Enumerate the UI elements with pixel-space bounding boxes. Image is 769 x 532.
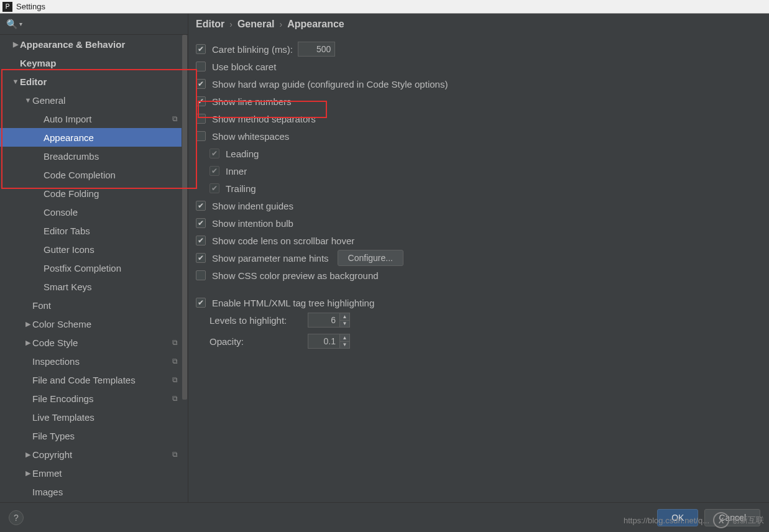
copy-icon[interactable]: ⧉: [172, 114, 178, 123]
tree-arrow-icon[interactable]: [24, 96, 32, 104]
tree-item-label: Code Style: [32, 337, 188, 348]
tree-item-label: Code Completion: [44, 170, 188, 180]
tree-item-label: General: [32, 95, 188, 106]
tree-arrow-icon[interactable]: [24, 320, 32, 328]
tree-item-label: Color Scheme: [32, 319, 188, 329]
breadcrumb-item[interactable]: Appearance: [287, 19, 344, 30]
tree-arrow-icon[interactable]: [24, 469, 32, 477]
levels-input[interactable]: [308, 313, 340, 328]
tree-item-label: Live Templates: [32, 412, 188, 423]
tree-item-editor-tabs[interactable]: Editor Tabs: [0, 221, 188, 240]
copy-icon[interactable]: ⧉: [172, 357, 178, 365]
code-lens-checkbox[interactable]: [196, 236, 206, 245]
copy-icon[interactable]: ⧉: [172, 375, 178, 384]
code-lens-label: Show code lens on scrollbar hover: [212, 236, 354, 246]
tree-item-file-and-code-templates[interactable]: File and Code Templates⧉: [0, 370, 188, 389]
sidebar-scrollbar-track[interactable]: [182, 35, 188, 502]
titlebar: P Settings: [0, 0, 769, 14]
whitespaces-checkbox[interactable]: [196, 131, 206, 141]
tree-item-general[interactable]: General: [0, 91, 188, 109]
tree-item-font[interactable]: Font: [0, 296, 188, 314]
tree-item-file-types[interactable]: File Types: [0, 426, 188, 445]
levels-down-icon[interactable]: ▼: [340, 321, 349, 328]
indent-guides-checkbox[interactable]: [196, 201, 206, 211]
opacity-up-icon[interactable]: ▲: [340, 334, 349, 342]
breadcrumb: Editor › General › Appearance: [188, 14, 769, 35]
window-title: Settings: [16, 2, 45, 11]
ws-inner-checkbox: [210, 166, 219, 176]
tree-item-label: File and Code Templates: [32, 375, 188, 385]
tree-item-editor[interactable]: Editor: [0, 72, 188, 91]
intention-bulb-checkbox[interactable]: [196, 218, 206, 228]
css-preview-checkbox[interactable]: [196, 270, 206, 280]
tree-item-console[interactable]: Console: [0, 203, 188, 221]
tree-item-appearance[interactable]: Appearance: [0, 128, 188, 147]
tree-arrow-icon[interactable]: [11, 78, 20, 85]
tree-item-label: Keymap: [20, 58, 188, 68]
ws-trailing-label: Trailing: [226, 183, 256, 194]
block-caret-checkbox[interactable]: [196, 62, 206, 71]
watermark-url: https://blog.csdn.net/q...: [624, 516, 709, 525]
intention-bulb-label: Show intention bulb: [212, 218, 293, 229]
help-button[interactable]: ?: [9, 510, 24, 525]
ws-leading-label: Leading: [226, 149, 259, 159]
tree-item-label: Appearance & Behavior: [20, 39, 188, 50]
breadcrumb-item[interactable]: Editor: [196, 19, 224, 30]
tree-item-appearance-behavior[interactable]: Appearance & Behavior: [0, 35, 188, 53]
levels-label: Levels to highlight:: [210, 315, 303, 326]
copy-icon[interactable]: ⧉: [172, 394, 178, 403]
search-icon: 🔍: [6, 19, 18, 30]
app-icon: P: [2, 2, 12, 12]
tree-item-code-style[interactable]: Code Style⧉: [0, 333, 188, 352]
opacity-down-icon[interactable]: ▼: [340, 342, 349, 349]
line-numbers-checkbox[interactable]: [196, 96, 206, 106]
param-hints-label: Show parameter name hints: [212, 253, 329, 264]
method-separators-label: Show method separators: [212, 114, 316, 124]
tree-item-inspections[interactable]: Inspections⧉: [0, 352, 188, 370]
tree-item-postfix-completion[interactable]: Postfix Completion: [0, 259, 188, 277]
tree-item-smart-keys[interactable]: Smart Keys: [0, 277, 188, 296]
tree-arrow-icon[interactable]: [24, 451, 32, 459]
tree-item-label: File Types: [32, 431, 188, 441]
tree-item-label: Breadcrumbs: [44, 151, 188, 162]
tree-item-copyright[interactable]: Copyright⧉: [0, 445, 188, 464]
tree-item-label: Emmet: [32, 468, 188, 479]
tree-item-label: File Encodings: [32, 393, 188, 404]
caret-blinking-checkbox[interactable]: [196, 44, 206, 54]
tree-item-breadcrumbs[interactable]: Breadcrumbs: [0, 147, 188, 165]
tree-item-keymap[interactable]: Keymap: [0, 53, 188, 72]
copy-icon[interactable]: ⧉: [172, 450, 178, 459]
sidebar-scrollbar-thumb[interactable]: [182, 35, 187, 400]
tree-item-emmet[interactable]: Emmet: [0, 464, 188, 482]
tree-item-code-completion[interactable]: Code Completion: [0, 165, 188, 184]
copy-icon[interactable]: ⧉: [172, 338, 178, 347]
settings-main: Editor › General › Appearance Caret blin…: [188, 14, 769, 502]
tree-item-color-scheme[interactable]: Color Scheme: [0, 314, 188, 333]
tree-item-label: Editor Tabs: [44, 226, 188, 236]
settings-search[interactable]: 🔍▾: [0, 14, 188, 35]
opacity-input[interactable]: [308, 334, 340, 349]
search-dropdown-icon[interactable]: ▾: [19, 21, 22, 27]
tag-tree-checkbox[interactable]: [196, 298, 206, 308]
configure-button[interactable]: Configure...: [338, 250, 403, 266]
tree-item-images[interactable]: Images: [0, 482, 188, 501]
tree-item-auto-import[interactable]: Auto Import⧉: [0, 109, 188, 128]
tag-tree-label: Enable HTML/XML tag tree highlighting: [212, 298, 374, 308]
param-hints-checkbox[interactable]: [196, 253, 206, 263]
tree-item-code-folding[interactable]: Code Folding: [0, 184, 188, 203]
levels-up-icon[interactable]: ▲: [340, 313, 349, 321]
tree-item-label: Copyright: [32, 449, 188, 460]
tree-arrow-icon[interactable]: [11, 40, 20, 48]
tree-item-label: Font: [32, 300, 188, 311]
tree-arrow-icon[interactable]: [24, 339, 32, 347]
method-separators-checkbox[interactable]: [196, 114, 206, 124]
tree-item-file-encodings[interactable]: File Encodings⧉: [0, 389, 188, 408]
breadcrumb-item[interactable]: General: [237, 19, 275, 30]
block-caret-label: Use block caret: [212, 62, 276, 72]
tree-item-gutter-icons[interactable]: Gutter Icons: [0, 240, 188, 259]
hard-wrap-checkbox[interactable]: [196, 79, 206, 89]
tree-item-live-templates[interactable]: Live Templates: [0, 408, 188, 426]
tree-item-label: Auto Import: [44, 114, 188, 124]
caret-blinking-input[interactable]: [298, 42, 335, 57]
css-preview-label: Show CSS color preview as background: [212, 270, 379, 281]
